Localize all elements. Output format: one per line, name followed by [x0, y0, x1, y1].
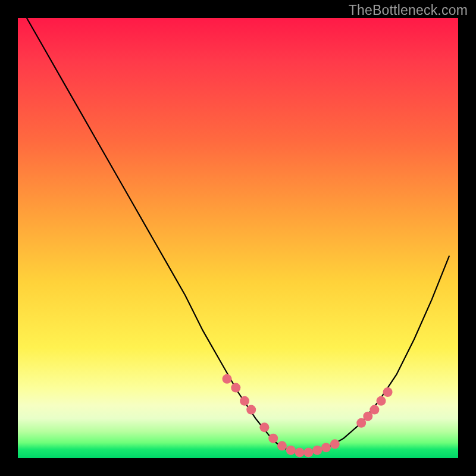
chart-svg: [18, 18, 458, 458]
chart-marker: [312, 446, 322, 455]
chart-marker: [286, 446, 296, 455]
chart-plot-area: [18, 18, 458, 458]
chart-marker: [259, 422, 269, 432]
chart-marker: [369, 405, 379, 415]
watermark-text: TheBottleneck.com: [349, 2, 468, 18]
chart-marker: [303, 447, 313, 457]
chart-marker: [223, 374, 232, 384]
chart-markers: [223, 374, 393, 458]
chart-marker: [246, 405, 256, 415]
chart-marker: [240, 396, 249, 406]
chart-marker: [377, 396, 386, 406]
chart-marker: [383, 387, 393, 397]
chart-marker: [277, 441, 287, 450]
chart-marker: [231, 383, 240, 393]
chart-marker: [295, 447, 305, 457]
chart-frame: TheBottleneck.com: [0, 0, 476, 476]
chart-marker: [330, 439, 340, 449]
chart-marker: [321, 443, 331, 452]
chart-marker: [268, 434, 278, 443]
